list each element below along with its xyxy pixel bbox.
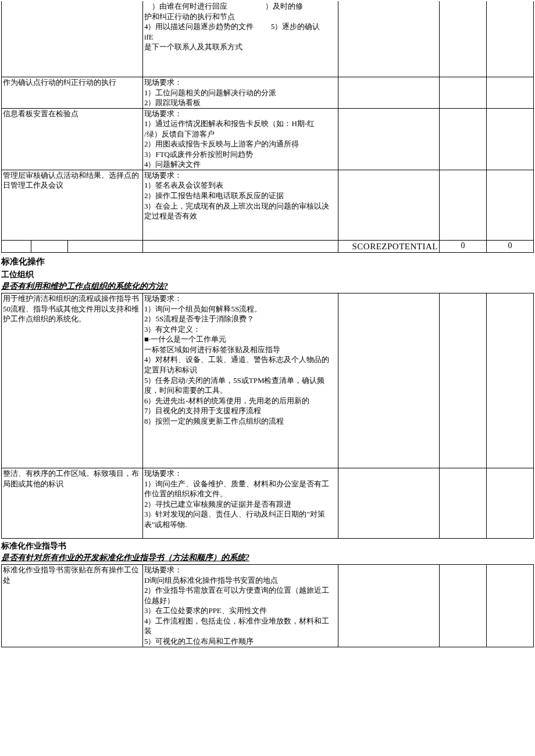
assessment-table-1: ）由谁在何时进行回应 ）及时的修 护和纠正行动的执行和节点 4）用以描述问题逐步… — [1, 1, 534, 253]
criteria-cell: 标准化作业指导书需张贴在所有操作工位处 — [2, 565, 143, 647]
assessment-table-2: 用于维护清洁和组织的流程或操作指导书50流程、指导书或其他文件用以支持和维护工作… — [1, 293, 534, 539]
question-sop: 是否有针对所有作业的开发标准化作业指导书（方法和顺序）的系统? — [1, 553, 534, 563]
empty-cell — [440, 1, 487, 77]
empty-cell — [338, 468, 439, 539]
score-value: 0 — [440, 240, 487, 252]
empty-cell — [440, 108, 487, 170]
empty-cell — [440, 293, 487, 468]
table-row: 整洁、有秩序的工作区域。标致项目，布局图或其他的标识 现场要求： 1）询问生产、… — [2, 468, 534, 539]
empty-cell — [486, 1, 533, 77]
table-row: ）由谁在何时进行回应 ）及时的修 护和纠正行动的执行和节点 4）用以描述问题逐步… — [2, 1, 534, 77]
criteria-cell: 管理层审核确认点活动和结果。选择点的日管理工作及会议 — [2, 170, 143, 240]
empty-cell — [486, 77, 533, 109]
empty-cell — [31, 240, 68, 252]
score-row: SCOREZPOTENTIAL 0 0 — [2, 240, 534, 252]
score-value: 0 — [486, 240, 533, 252]
section-heading-standardized-ops: 标准化操作 — [1, 256, 534, 267]
empty-cell — [338, 293, 439, 468]
empty-cell — [142, 240, 338, 252]
criteria-cell: 作为确认点行动的纠正行动的执行 — [2, 77, 143, 109]
empty-cell — [486, 468, 533, 539]
criteria-cell — [2, 1, 143, 77]
requirement-cell: 现场要求： 1）通过运作情况图解表和报告卡反映（如：H期-红 /绿）反馈自下游客… — [142, 108, 338, 170]
assessment-table-3: 标准化作业指导书需张贴在所有操作工位处 现场要求： D询问组员标准化操作指导书安… — [1, 564, 534, 647]
empty-cell — [338, 108, 439, 170]
requirement-cell: 现场要求： 1）工位问题相关的问题解决行动的分派 2）跟踪现场看板 — [142, 77, 338, 109]
empty-cell — [2, 240, 31, 252]
empty-cell — [486, 565, 533, 647]
empty-cell — [486, 293, 533, 468]
empty-cell — [68, 240, 143, 252]
criteria-cell: 用于维护清洁和组织的流程或操作指导书50流程、指导书或其他文件用以支持和维护工作… — [2, 293, 143, 468]
empty-cell — [486, 170, 533, 240]
criteria-cell: 信息看板安置在检验点 — [2, 108, 143, 170]
empty-cell — [440, 77, 487, 109]
requirement-cell: 现场要求： 1）询问生产、设备维护、质量、材料和办公室是否有工作位置的组织标准文… — [142, 468, 338, 539]
empty-cell — [486, 108, 533, 170]
requirement-cell: 现场要求： D询问组员标准化操作指导书安置的地点 2）作业指导书需放置在可以方便… — [142, 565, 338, 647]
sub-heading-sop: 标准化作业指导书 — [1, 541, 534, 551]
empty-cell — [440, 468, 487, 539]
table-row: 标准化作业指导书需张贴在所有操作工位处 现场要求： D询问组员标准化操作指导书安… — [2, 565, 534, 647]
sub-heading-workstation-org: 工位组织 — [1, 270, 534, 280]
requirement-cell: 现场要求： 1）签名表及会议签到表 2）操作工报告结果和电话联系反应的证据 3）… — [142, 170, 338, 240]
empty-cell — [440, 170, 487, 240]
empty-cell — [338, 170, 439, 240]
table-row: 用于维护清洁和组织的流程或操作指导书50流程、指导书或其他文件用以支持和维护工作… — [2, 293, 534, 468]
table-row: 作为确认点行动的纠正行动的执行 现场要求： 1）工位问题相关的问题解决行动的分派… — [2, 77, 534, 109]
empty-cell — [338, 77, 439, 109]
empty-cell — [440, 565, 487, 647]
requirement-cell: ）由谁在何时进行回应 ）及时的修 护和纠正行动的执行和节点 4）用以描述问题逐步… — [142, 1, 338, 77]
empty-cell — [338, 565, 439, 647]
question-workstation-org: 是否有利用和维护工作点组织的系统化的方法? — [1, 281, 534, 292]
requirement-cell: 现场要求： 1）询问一个组员如何解释5S流程。 2）5S流程是否专注于消除浪费？… — [142, 293, 338, 468]
table-row: 管理层审核确认点活动和结果。选择点的日管理工作及会议 现场要求： 1）签名表及会… — [2, 170, 534, 240]
score-label: SCOREZPOTENTIAL — [338, 240, 439, 252]
criteria-cell: 整洁、有秩序的工作区域。标致项目，布局图或其他的标识 — [2, 468, 143, 539]
table-row: 信息看板安置在检验点 现场要求： 1）通过运作情况图解表和报告卡反映（如：H期-… — [2, 108, 534, 170]
empty-cell — [338, 1, 439, 77]
